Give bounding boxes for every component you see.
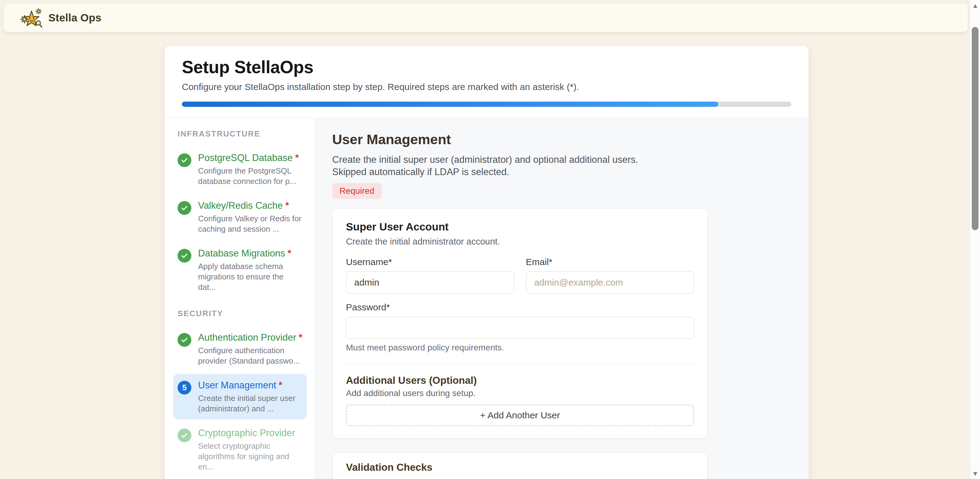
setup-wizard-card: Setup StellaOps Configure your StellaOps… — [165, 46, 808, 479]
step-description: Create the initial super user (administr… — [332, 154, 666, 178]
step-description: Configure Valkey or Redis for caching an… — [198, 213, 302, 234]
step-done-check-icon — [178, 153, 191, 167]
setup-steps-sidebar: INFRASTRUCTUREPostgreSQL Database*Config… — [165, 118, 315, 479]
step-done-check-icon — [178, 249, 191, 263]
additional-users-title: Additional Users (Optional) — [346, 375, 694, 386]
username-input[interactable] — [346, 272, 514, 293]
step-title: User Management* — [198, 380, 302, 391]
page-title: Setup StellaOps — [182, 58, 791, 76]
sidebar-item-user-management[interactable]: 5User Management*Create the initial supe… — [173, 374, 307, 419]
step-title: Database Migrations* — [198, 248, 302, 259]
step-content-panel: User Management Create the initial super… — [315, 118, 808, 479]
super-user-card: Super User Account Create the initial ad… — [332, 208, 708, 439]
wizard-header: Setup StellaOps Configure your StellaOps… — [165, 46, 808, 118]
required-asterisk: * — [299, 332, 302, 343]
step-description: Configure authentication provider (Stand… — [198, 345, 302, 366]
sidebar-item-cryptographic-provider[interactable]: Cryptographic ProviderSelect cryptograph… — [173, 422, 307, 477]
password-input[interactable] — [346, 317, 694, 339]
additional-users-subtitle: Add additional users during setup. — [346, 389, 694, 398]
step-title: PostgreSQL Database* — [198, 152, 302, 164]
stella-ops-logo-icon — [20, 7, 43, 29]
required-badge: Required — [332, 183, 382, 199]
step-description: Apply database schema migrations to ensu… — [198, 261, 302, 292]
step-title: Cryptographic Provider — [198, 427, 302, 439]
super-user-card-title: Super User Account — [346, 221, 694, 233]
brand-name: Stella Ops — [48, 12, 101, 24]
step-description: Configure the PostgreSQL database connec… — [198, 166, 302, 186]
required-asterisk: * — [295, 153, 299, 163]
scrollbar-down-arrow-icon[interactable]: ▼ — [970, 470, 980, 478]
password-helper-text: Must meet password policy requirements. — [346, 343, 694, 352]
step-title: User Management — [332, 132, 808, 148]
step-done-check-icon — [178, 333, 191, 347]
step-done-check-icon — [178, 201, 191, 215]
scrollbar[interactable]: ▲ ▼ — [970, 0, 980, 479]
step-description: Select cryptographic algorithms for sign… — [198, 441, 302, 472]
required-asterisk: * — [288, 248, 291, 259]
section-divider — [346, 363, 694, 364]
step-title: Valkey/Redis Cache* — [198, 200, 302, 212]
required-asterisk: * — [285, 200, 289, 211]
step-number-badge: 5 — [178, 381, 191, 395]
sidebar-item-database-migrations[interactable]: Database Migrations*Apply database schem… — [173, 242, 307, 298]
sidebar-item-authentication-provider[interactable]: Authentication Provider*Configure authen… — [173, 326, 307, 372]
validation-checks-title: Validation Checks — [346, 461, 694, 473]
validation-checks-card: Validation Checks connectivity Check pas… — [332, 452, 708, 479]
step-done-check-icon — [178, 428, 191, 442]
email-label: Email* — [526, 257, 694, 267]
step-title: Authentication Provider* — [198, 332, 302, 344]
top-app-bar: Stella Ops — [4, 4, 968, 32]
sidebar-section-security: SECURITY — [178, 309, 315, 318]
scrollbar-up-arrow-icon[interactable]: ▲ — [970, 2, 980, 10]
sidebar-section-infrastructure: INFRASTRUCTURE — [178, 129, 315, 138]
brand: Stella Ops — [20, 7, 101, 29]
setup-progress-fill — [182, 102, 718, 107]
super-user-card-subtitle: Create the initial administrator account… — [346, 237, 694, 247]
add-another-user-button[interactable]: + Add Another User — [346, 405, 694, 426]
required-asterisk: * — [278, 380, 282, 391]
scrollbar-thumb[interactable] — [972, 27, 978, 230]
page-subtitle: Configure your StellaOps installation st… — [182, 81, 791, 92]
email-input[interactable] — [526, 272, 694, 293]
sidebar-item-postgresql-database[interactable]: PostgreSQL Database*Configure the Postgr… — [173, 146, 307, 192]
setup-progress-bar — [182, 102, 791, 107]
step-description: Create the initial super user (administr… — [198, 393, 302, 414]
sidebar-item-valkey-redis-cache[interactable]: Valkey/Redis Cache*Configure Valkey or R… — [173, 194, 307, 240]
username-label: Username* — [346, 257, 514, 267]
password-label: Password* — [346, 302, 694, 312]
